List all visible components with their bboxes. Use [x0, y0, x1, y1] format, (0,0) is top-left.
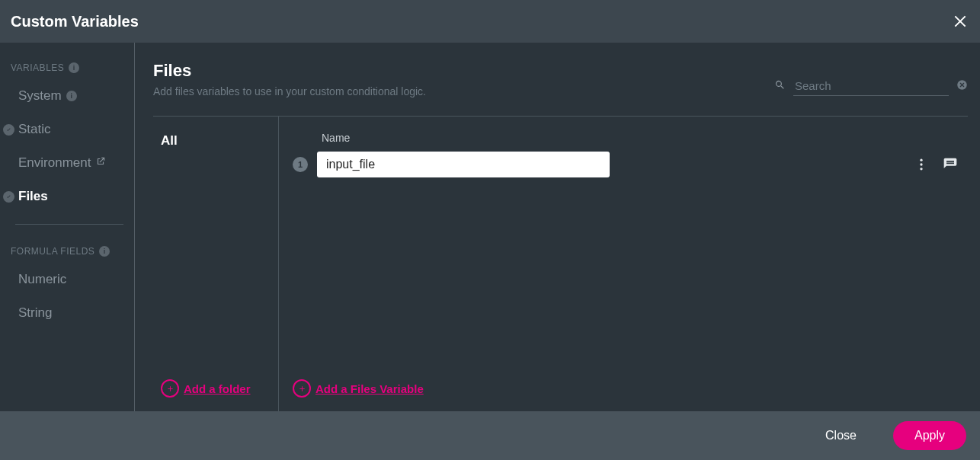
svg-point-1 [920, 159, 922, 161]
variables-column: Name 1 [279, 117, 968, 411]
add-folder-button[interactable]: Add a folder [161, 373, 271, 411]
modal-footer: Close Apply [0, 411, 980, 460]
sidebar-heading-formula-label: FORMULA FIELDS [11, 246, 94, 257]
info-icon[interactable]: i [69, 62, 79, 73]
svg-point-2 [920, 163, 922, 165]
plus-circle-icon [293, 379, 311, 398]
page-subtitle: Add files variables to use in your custo… [153, 85, 426, 97]
sidebar-divider [15, 224, 123, 225]
sidebar-heading-formula: FORMULA FIELDS i [0, 246, 134, 263]
close-icon[interactable] [950, 11, 971, 32]
sidebar-item-system[interactable]: System i [0, 79, 134, 113]
check-icon [3, 191, 14, 203]
external-link-icon [95, 155, 106, 171]
sidebar-heading-variables-label: VARIABLES [11, 62, 64, 73]
plus-circle-icon [161, 379, 179, 398]
info-icon[interactable]: i [99, 246, 110, 257]
add-folder-label: Add a folder [184, 382, 251, 395]
sidebar-item-static[interactable]: Static [0, 113, 134, 146]
close-button[interactable]: Close [804, 421, 878, 450]
sidebar-item-label: Files [18, 189, 48, 204]
check-icon [3, 124, 14, 136]
modal-title: Custom Variables [11, 13, 139, 30]
sidebar-item-files[interactable]: Files [0, 180, 134, 213]
sidebar-item-string[interactable]: String [0, 296, 134, 330]
folders-column: All Add a folder [153, 117, 279, 411]
variable-name-input[interactable] [317, 152, 610, 177]
sidebar: VARIABLES i System i Static Environment [0, 43, 135, 411]
main-header: Files Add files variables to use in your… [153, 61, 968, 117]
more-vert-icon[interactable] [911, 155, 931, 174]
search-icon [774, 79, 786, 94]
clear-search-icon[interactable] [956, 79, 968, 94]
sidebar-item-environment[interactable]: Environment [0, 146, 134, 180]
sidebar-item-label: String [18, 305, 52, 321]
modal-body: VARIABLES i System i Static Environment [0, 43, 980, 411]
sidebar-heading-variables: VARIABLES i [0, 62, 134, 79]
folder-all[interactable]: All [161, 132, 271, 150]
comment-icon[interactable] [940, 155, 960, 174]
sidebar-item-label: Static [18, 122, 51, 137]
svg-point-3 [920, 168, 922, 170]
main-panel: Files Add files variables to use in your… [135, 43, 980, 411]
sidebar-item-label: Numeric [18, 272, 66, 287]
column-header-name: Name [293, 132, 960, 152]
variable-row: 1 [293, 152, 960, 177]
search-box [774, 76, 968, 96]
content-area: All Add a folder Name 1 [153, 117, 968, 411]
sidebar-item-label: System [18, 88, 62, 104]
main-title-block: Files Add files variables to use in your… [153, 61, 426, 97]
apply-button[interactable]: Apply [893, 421, 966, 450]
search-input[interactable] [793, 76, 949, 96]
page-title: Files [153, 61, 426, 81]
sidebar-item-numeric[interactable]: Numeric [0, 263, 134, 296]
sidebar-item-label: Environment [18, 155, 91, 171]
add-variable-button[interactable]: Add a Files Variable [293, 373, 960, 411]
add-variable-label: Add a Files Variable [315, 382, 424, 395]
info-icon: i [66, 91, 77, 101]
modal-header: Custom Variables [0, 0, 980, 43]
row-index-badge: 1 [293, 157, 308, 172]
custom-variables-modal: Custom Variables VARIABLES i System i St… [0, 0, 980, 460]
